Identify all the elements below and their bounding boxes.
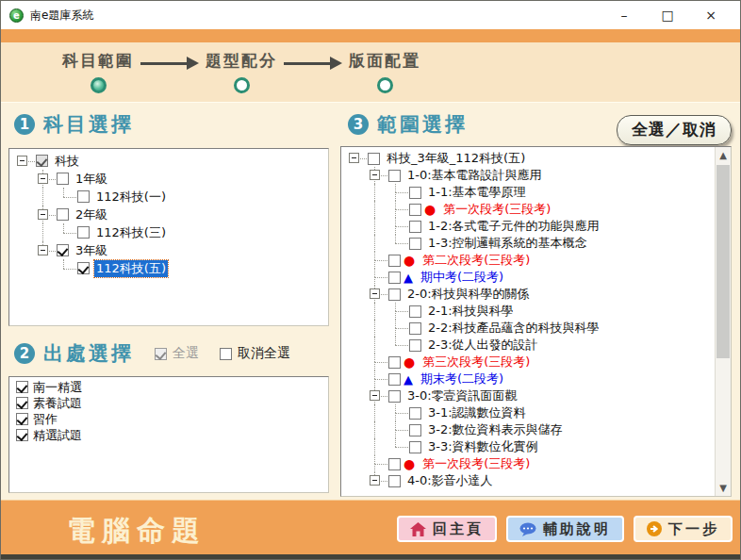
help-button[interactable]: 輔助說明 xyxy=(506,516,624,542)
select-all-toggle-button[interactable]: 全選／取消 xyxy=(617,115,732,145)
tree-node-checkbox[interactable] xyxy=(388,356,401,369)
tree-node-label[interactable]: 科技 xyxy=(53,153,81,170)
tree-node-label[interactable]: 3年級 xyxy=(74,242,109,259)
tree-node-label[interactable]: 1年級 xyxy=(74,171,109,188)
tree-node-checkbox[interactable] xyxy=(388,255,401,267)
expander-minus-icon[interactable] xyxy=(17,156,27,166)
checkbox-icon[interactable] xyxy=(155,348,167,360)
tree-node-row[interactable]: 科技_3年級_112科技(五) xyxy=(344,150,715,167)
minimize-button[interactable]: – xyxy=(602,1,646,29)
tree-node-label[interactable]: 112科技(一) xyxy=(94,189,168,206)
tree-node-label[interactable]: 2-3:從人出發的設計 xyxy=(426,337,540,354)
expander-minus-icon[interactable] xyxy=(38,209,48,220)
tree-node-label[interactable]: 112科技(五) xyxy=(94,260,168,277)
tree-node-row[interactable]: ●第三次段考(三段考) xyxy=(344,354,715,371)
tree-node-row[interactable]: 3年級 xyxy=(12,241,328,259)
expander-minus-icon[interactable] xyxy=(370,170,380,180)
tree-node-label[interactable]: 1-2:各式電子元件的功能與應用 xyxy=(426,218,601,235)
tree-node-label[interactable]: 第一次段考(三段考) xyxy=(441,201,552,218)
tree-node-row[interactable]: 4-0:影音小達人 xyxy=(344,472,715,489)
tree-node-checkbox[interactable] xyxy=(409,238,421,250)
tree-node-checkbox[interactable] xyxy=(388,272,401,284)
tree-node-checkbox[interactable] xyxy=(388,458,401,470)
tree-node-label[interactable]: 3-0:零壹資訊面面觀 xyxy=(405,387,519,404)
tree-node-row[interactable]: 3-2:數位資料表示與儲存 xyxy=(344,421,715,438)
tree-node-row[interactable]: ●第二次段考(三段考) xyxy=(344,252,715,269)
scroll-down-icon[interactable]: ▼ xyxy=(716,480,731,496)
close-button[interactable]: × xyxy=(689,1,733,29)
select-all-checkbox[interactable]: 全選 xyxy=(155,345,199,362)
tree-node-checkbox[interactable] xyxy=(409,441,421,453)
tree-node-row[interactable]: 112科技(一) xyxy=(12,188,328,206)
tree-node-label[interactable]: 期末考(二段考) xyxy=(419,371,505,387)
tree-node-row[interactable]: 112科技(五) xyxy=(12,259,328,277)
tree-node-label[interactable]: 第二次段考(三段考) xyxy=(420,252,532,269)
source-item-checkbox[interactable] xyxy=(16,413,28,425)
tree-node-row[interactable]: 2年級 xyxy=(12,206,328,223)
tree-node-row[interactable]: 科技 xyxy=(12,152,328,170)
tree-node-row[interactable]: ▲期中考(二段考) xyxy=(344,269,715,286)
tree-node-label[interactable]: 112科技(三) xyxy=(94,224,168,241)
tree-node-checkbox[interactable] xyxy=(409,204,421,216)
tree-node-checkbox[interactable] xyxy=(57,208,69,221)
tree-node-label[interactable]: 1-3:控制邏輯系統的基本概念 xyxy=(426,235,589,252)
tree-node-label[interactable]: 2-2:科技產品蘊含的科技與科學 xyxy=(426,320,601,337)
tree-node-label[interactable]: 3-2:數位資料表示與儲存 xyxy=(426,421,565,438)
tree-node-row[interactable]: ▲期末考(二段考) xyxy=(344,371,715,387)
source-item-checkbox[interactable] xyxy=(16,397,28,409)
tree-node-checkbox[interactable] xyxy=(77,262,90,274)
tree-node-label[interactable]: 4-0:影音小達人 xyxy=(405,472,495,489)
tree-node-checkbox[interactable] xyxy=(388,373,401,386)
expander-minus-icon[interactable] xyxy=(370,390,380,401)
tree-node-checkbox[interactable] xyxy=(57,244,69,256)
tree-node-checkbox[interactable] xyxy=(409,407,421,420)
expander-minus-icon[interactable] xyxy=(370,475,380,486)
tree-node-label[interactable]: 期中考(二段考) xyxy=(419,269,505,286)
source-item-checkbox[interactable] xyxy=(16,429,28,441)
tree-node-row[interactable]: 112科技(三) xyxy=(12,223,328,241)
tree-node-checkbox[interactable] xyxy=(388,288,401,301)
scroll-up-icon[interactable]: ▲ xyxy=(716,147,731,163)
scrollbar-thumb[interactable] xyxy=(716,165,730,358)
tree-node-label[interactable]: 2-1:科技與科學 xyxy=(426,303,516,320)
tree-node-row[interactable]: ●第一次段考(三段考) xyxy=(344,455,715,472)
deselect-all-checkbox[interactable]: 取消全選 xyxy=(220,345,290,362)
tree-node-row[interactable]: 2-1:科技與科學 xyxy=(344,303,715,320)
tree-node-checkbox[interactable] xyxy=(388,475,401,487)
tree-node-row[interactable]: 1-0:基本電路設計與應用 xyxy=(344,167,715,184)
source-item[interactable]: 南一精選 xyxy=(13,379,328,395)
tree-node-label[interactable]: 第一次段考(三段考) xyxy=(420,455,532,472)
tree-node-label[interactable]: 2-0:科技與科學的關係 xyxy=(405,286,532,303)
tree-node-row[interactable]: 2-3:從人出發的設計 xyxy=(344,337,715,354)
checkbox-icon[interactable] xyxy=(220,348,232,360)
tree-node-row[interactable]: 1年級 xyxy=(12,170,328,188)
expander-minus-icon[interactable] xyxy=(349,153,359,163)
maximize-button[interactable]: □ xyxy=(646,1,689,29)
tree-node-checkbox[interactable] xyxy=(77,190,90,203)
tree-node-label[interactable]: 3-3:資料數位化實例 xyxy=(426,438,540,455)
expander-minus-icon[interactable] xyxy=(38,245,48,255)
tree-node-checkbox[interactable] xyxy=(57,173,69,185)
tree-node-row[interactable]: 1-1:基本電學原理 xyxy=(344,184,715,201)
tree-node-row[interactable]: 3-0:零壹資訊面面觀 xyxy=(344,387,715,404)
expander-minus-icon[interactable] xyxy=(38,173,48,184)
source-item[interactable]: 素養試題 xyxy=(13,395,328,411)
next-step-button[interactable]: 下一步 xyxy=(634,516,733,542)
tree-node-checkbox[interactable] xyxy=(409,305,421,318)
home-button[interactable]: 回主頁 xyxy=(397,516,497,542)
tree-node-label[interactable]: 2年級 xyxy=(74,206,109,223)
tree-node-label[interactable]: 第三次段考(三段考) xyxy=(420,354,532,371)
tree-node-checkbox[interactable] xyxy=(409,424,421,436)
tree-node-row[interactable]: ●第一次段考(三段考) xyxy=(344,201,715,218)
vertical-scrollbar[interactable]: ▲ ▼ xyxy=(715,147,731,496)
tree-node-label[interactable]: 1-0:基本電路設計與應用 xyxy=(405,167,544,184)
tree-node-row[interactable]: 2-0:科技與科學的關係 xyxy=(344,286,715,303)
tree-node-label[interactable]: 科技_3年級_112科技(五) xyxy=(385,150,527,167)
tree-node-checkbox[interactable] xyxy=(409,221,421,233)
tree-node-row[interactable]: 2-2:科技產品蘊含的科技與科學 xyxy=(344,320,715,337)
tree-node-row[interactable]: 3-1:認識數位資料 xyxy=(344,404,715,421)
tree-node-checkbox[interactable] xyxy=(409,339,421,352)
tree-node-checkbox[interactable] xyxy=(409,322,421,335)
tree-node-checkbox[interactable] xyxy=(388,170,401,182)
expander-minus-icon[interactable] xyxy=(370,288,380,299)
